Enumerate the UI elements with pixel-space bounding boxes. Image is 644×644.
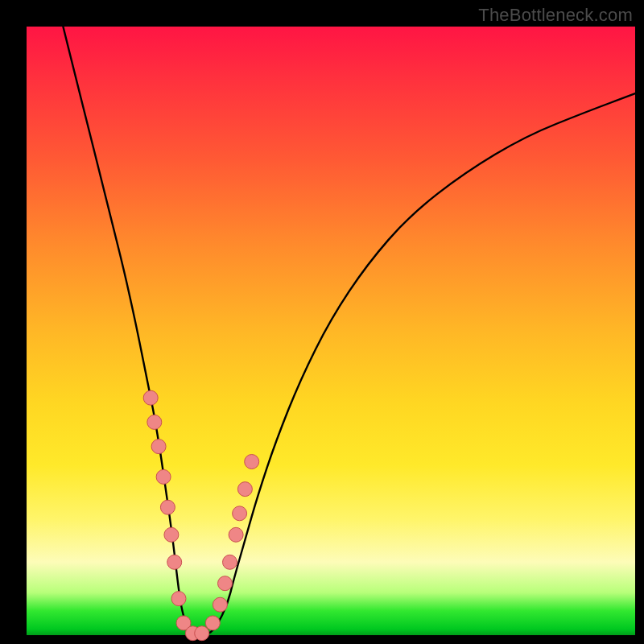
highlight-dot [147,415,162,429]
highlight-dot [164,527,179,542]
highlight-dot [160,500,175,514]
highlight-dot [233,506,247,521]
highlight-dot [223,555,237,569]
highlight-dot [167,555,182,569]
highlight-dot [151,440,166,454]
chart-frame: TheBottleneck.com [0,0,644,644]
highlight-dot [218,576,233,591]
highlight-dots-group [143,390,259,641]
highlight-dot [156,469,171,484]
highlight-dot [213,597,227,612]
plot-area [27,27,635,635]
highlight-dot [205,616,220,630]
bottleneck-curve [63,27,635,635]
highlight-dot [143,390,158,405]
highlight-dot [237,482,252,497]
chart-overlay [27,27,635,635]
highlight-dot [245,455,259,469]
highlight-dot [229,527,243,542]
highlight-dot [195,626,209,641]
watermark-text: TheBottleneck.com [478,5,633,26]
highlight-dot [171,592,186,606]
